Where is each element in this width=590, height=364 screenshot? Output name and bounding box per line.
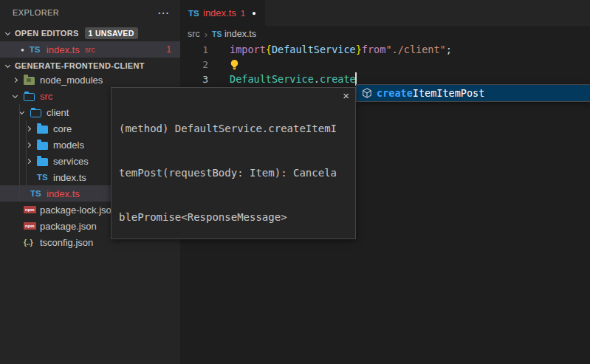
chevron-down-icon (5, 30, 10, 35)
tab-dirty-dot-icon[interactable]: ● (252, 10, 255, 17)
json-file-icon: {..} (24, 238, 32, 247)
tab-index-ts[interactable]: TS index.ts 1 ● (180, 0, 265, 26)
tree-item-node-modules[interactable]: node_modules (0, 72, 180, 88)
open-editor-folder-decoration: src (85, 45, 95, 54)
code-token: import (230, 44, 266, 55)
open-editors-label: OPEN EDITORS (15, 29, 79, 38)
chevron-down-icon (5, 62, 10, 67)
code-token: DefaultService (272, 44, 356, 55)
code-token: } (356, 44, 362, 55)
code-token: DefaultService (230, 73, 314, 85)
tree-item-label: package.json (40, 221, 97, 232)
code-token: "./client" (385, 44, 445, 55)
tree-item-label: models (53, 140, 84, 151)
tree-item-label: src (40, 91, 52, 102)
chevron-right-icon (26, 142, 31, 147)
line-number: 2 (180, 59, 208, 70)
folder-icon (37, 142, 48, 150)
npm-file-icon: npm (24, 206, 36, 213)
suggest-match-text: create (377, 87, 413, 99)
close-icon[interactable]: × (343, 89, 349, 103)
code-line-1: 1 import { DefaultService } from "./clie… (180, 42, 590, 57)
code-token: . (314, 73, 320, 85)
chevron-right-icon (26, 158, 31, 163)
error-count: 1 (166, 44, 171, 55)
folder-icon (37, 126, 48, 134)
code-line-2: 2 (180, 57, 590, 72)
tree-item-label: tsconfig.json (40, 237, 93, 248)
tab-error-count: 1 (241, 9, 245, 18)
code-token: ; (446, 44, 452, 55)
signature-line: (method) DefaultService.createItemI (119, 121, 348, 136)
more-actions-icon[interactable]: ⋯ (157, 6, 170, 20)
folder-open-icon (24, 93, 35, 101)
suggest-rest-text: ItemItemPost (413, 87, 485, 99)
breadcrumb-folder[interactable]: src (188, 29, 200, 39)
npm-file-icon: npm (24, 222, 36, 230)
tree-item-label: core (53, 123, 72, 134)
suggest-widget-item[interactable]: createItemItemPost (356, 84, 590, 102)
chevron-right-icon (26, 126, 31, 131)
modified-dot-icon: ● (21, 47, 24, 53)
typescript-file-icon: TS (188, 9, 199, 18)
folder-open-icon (30, 109, 41, 117)
open-editors-section-header[interactable]: OPEN EDITORS 1 UNSAVED (0, 25, 180, 41)
code-token: from (362, 44, 386, 55)
explorer-header: EXPLORER ⋯ (0, 0, 180, 25)
chevron-down-icon (19, 109, 24, 114)
tab-bar: TS index.ts 1 ● (180, 0, 590, 26)
line-number-active: 3 (180, 74, 208, 85)
breadcrumbs: src › TS index.ts (180, 26, 590, 42)
tree-item-label: node_modules (40, 75, 103, 86)
tab-label: index.ts (203, 7, 236, 18)
code-token: { (266, 44, 272, 55)
lightbulb-icon[interactable] (230, 59, 239, 70)
typescript-file-icon: TS (30, 45, 41, 54)
workspace-label: GENERATE-FRONTEND-CLIENT (15, 61, 145, 70)
typescript-file-icon: TS (37, 173, 48, 182)
tree-item-label: services (53, 156, 89, 167)
breadcrumb-file[interactable]: index.ts (224, 29, 256, 39)
node-modules-folder-icon (24, 77, 35, 85)
open-editor-item-index-ts[interactable]: ● TS index.ts src 1 (0, 41, 180, 58)
typescript-file-icon: TS (212, 30, 222, 38)
indent-guide (26, 120, 27, 185)
chevron-right-icon (13, 77, 18, 82)
tree-item-label: index.ts (53, 172, 86, 183)
line-number: 1 (180, 44, 208, 55)
folder-icon (37, 158, 48, 166)
tree-item-label: client (47, 107, 69, 118)
open-editor-file-name: index.ts (47, 44, 80, 55)
unsaved-count-badge: 1 UNSAVED (85, 27, 138, 39)
typescript-file-icon: TS (30, 189, 41, 198)
method-icon (361, 87, 373, 99)
explorer-title: EXPLORER (13, 8, 157, 17)
hover-documentation-popup: × (method) DefaultService.createItemI te… (111, 87, 356, 239)
tree-item-label: index.ts (47, 188, 80, 199)
method-signature: (method) DefaultService.createItemI temP… (119, 92, 348, 239)
indent-guide (19, 104, 20, 202)
vscode-window: EXPLORER ⋯ OPEN EDITORS 1 UNSAVED ● TS i… (0, 0, 590, 364)
breadcrumb-separator-icon: › (205, 29, 207, 40)
signature-line: blePromise<ResponseMessage> (119, 210, 348, 224)
tree-item-label: package-lock.json (40, 205, 117, 216)
chevron-down-icon (13, 92, 18, 97)
signature-line: temPost(requestBody: Item): Cancela (119, 165, 348, 180)
